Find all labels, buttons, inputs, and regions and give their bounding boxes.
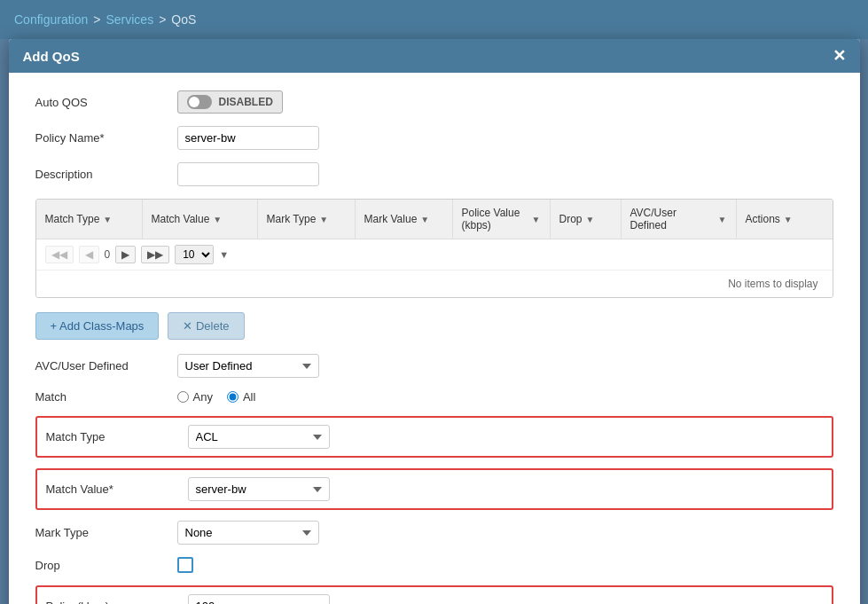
config-link[interactable]: Configuration [14, 12, 88, 27]
modal-title: Add QoS [23, 49, 80, 64]
th-drop: Drop ▼ [551, 200, 622, 239]
match-type-label: Match Type [46, 430, 179, 443]
th-avc: AVC/User Defined ▼ [622, 200, 737, 239]
sep2: > [159, 12, 166, 27]
mark-type-row: Mark Type None DSCP IP Precedence [35, 521, 833, 545]
page-count: 0 [105, 248, 111, 261]
match-any-label[interactable]: Any [177, 390, 213, 404]
avc-label: AVC/User Defined [35, 359, 168, 373]
last-page-btn[interactable]: ▶▶ [141, 246, 169, 263]
drop-label: Drop [35, 559, 168, 572]
match-radio-group: Any All [177, 390, 256, 404]
add-class-maps-button[interactable]: + Add Class-Maps [35, 312, 160, 340]
actions-filter-icon[interactable]: ▼ [784, 215, 793, 224]
auto-qos-toggle[interactable]: DISABLED [177, 90, 283, 114]
match-value-filter-icon[interactable]: ▼ [213, 215, 222, 224]
table-header: Match Type ▼ Match Value ▼ Mark Type ▼ M… [36, 200, 833, 239]
top-bar: Configuration > Services > QoS [0, 0, 868, 39]
match-any-radio[interactable] [177, 391, 189, 403]
toggle-state: DISABLED [219, 96, 273, 108]
close-button[interactable]: ✕ [833, 48, 846, 64]
match-value-row: Match Value* server-bw [46, 477, 823, 501]
auto-qos-row: Auto QOS DISABLED [35, 90, 833, 114]
modal-body: Auto QOS DISABLED Policy Name* Descripti… [9, 73, 860, 604]
th-match-type: Match Type ▼ [36, 200, 143, 239]
police-label: Police(kbps) [46, 600, 179, 604]
police-row: Police(kbps) [46, 594, 823, 604]
match-type-filter-icon[interactable]: ▼ [103, 215, 112, 224]
match-all-radio[interactable] [227, 391, 239, 403]
th-actions: Actions ▼ [737, 200, 833, 239]
prev-page-btn[interactable]: ◀ [79, 246, 99, 263]
avc-select[interactable]: User Defined AVC [177, 354, 319, 378]
sep1: > [93, 12, 100, 27]
mark-type-select[interactable]: None DSCP IP Precedence [177, 521, 319, 545]
match-value-select[interactable]: server-bw [188, 477, 330, 501]
modal-header: Add QoS ✕ [9, 39, 860, 73]
first-page-btn[interactable]: ◀◀ [45, 246, 74, 263]
avc-filter-icon[interactable]: ▼ [718, 215, 727, 224]
match-row: Match Any All [35, 390, 833, 404]
policy-name-label: Policy Name* [35, 131, 168, 145]
mark-type-label: Mark Type [35, 526, 168, 539]
match-value-label: Match Value* [46, 482, 179, 496]
th-mark-value: Mark Value ▼ [356, 200, 453, 239]
modal: Add QoS ✕ Auto QOS DISABLED Policy Name*… [9, 39, 860, 604]
avc-row: AVC/User Defined User Defined AVC [35, 354, 833, 378]
mark-type-filter-icon[interactable]: ▼ [319, 215, 328, 224]
services-link[interactable]: Services [106, 12, 153, 27]
police-highlight: Police(kbps) [35, 585, 833, 604]
description-row: Description [35, 162, 833, 186]
police-filter-icon[interactable]: ▼ [532, 215, 541, 224]
policy-name-row: Policy Name* [35, 126, 833, 150]
police-input[interactable] [188, 594, 330, 604]
mark-value-filter-icon[interactable]: ▼ [420, 215, 429, 224]
match-all-label[interactable]: All [227, 390, 255, 404]
match-type-row: Match Type ACL DSCP IP Precedence [46, 425, 823, 449]
per-page-arrow: ▼ [219, 249, 229, 260]
th-mark-type: Mark Type ▼ [258, 200, 356, 239]
auto-qos-label: Auto QOS [35, 96, 168, 109]
delete-button[interactable]: ✕ Delete [168, 312, 244, 340]
toggle-switch [187, 95, 212, 109]
description-input[interactable] [177, 162, 319, 186]
th-police: Police Value (kbps) ▼ [453, 200, 551, 239]
policy-name-input[interactable] [177, 126, 319, 150]
match-type-select[interactable]: ACL DSCP IP Precedence [188, 425, 330, 449]
no-items-message: No items to display [36, 271, 833, 297]
description-label: Description [35, 168, 168, 181]
table-pagination: ◀◀ ◀ 0 ▶ ▶▶ 10 25 50 ▼ [36, 239, 833, 271]
next-page-btn[interactable]: ▶ [115, 246, 136, 263]
match-label: Match [35, 390, 168, 404]
qos-label: QoS [171, 12, 196, 27]
match-value-highlight: Match Value* server-bw [35, 468, 833, 510]
th-match-value: Match Value ▼ [143, 200, 258, 239]
class-maps-table: Match Type ▼ Match Value ▼ Mark Type ▼ M… [35, 199, 833, 298]
per-page-select[interactable]: 10 25 50 [175, 245, 214, 264]
drop-filter-icon[interactable]: ▼ [586, 215, 595, 224]
drop-checkbox[interactable] [177, 557, 193, 573]
drop-row: Drop [35, 557, 833, 573]
table-actions: + Add Class-Maps ✕ Delete [35, 312, 833, 340]
match-type-highlight: Match Type ACL DSCP IP Precedence [35, 416, 833, 458]
